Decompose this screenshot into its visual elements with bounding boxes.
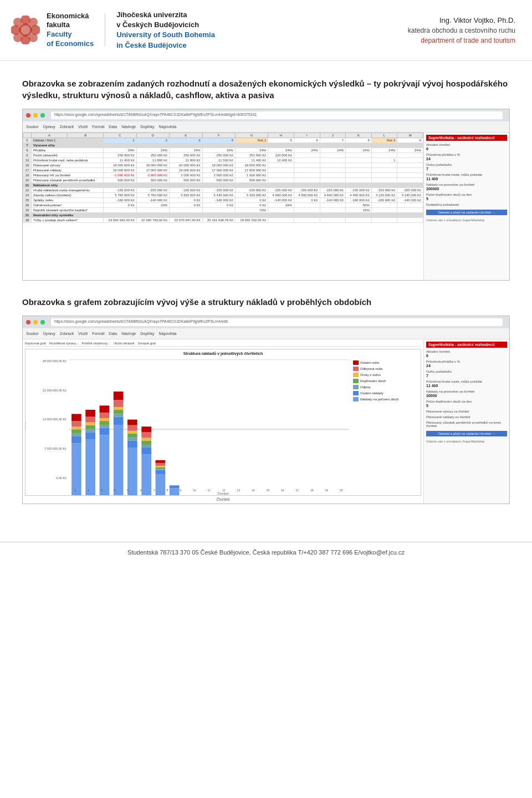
svg-rect-23 xyxy=(85,432,95,439)
row-num: 5 xyxy=(23,138,32,143)
minimize-dot-2 xyxy=(33,320,38,324)
svg-rect-32 xyxy=(100,421,110,425)
svg-point-7 xyxy=(13,33,22,42)
university-name: Jihočeská univerzita v Českých Budějovic… xyxy=(116,10,215,50)
chart-pohrbit[interactable]: Pohřbit obázkový... xyxy=(82,342,110,345)
svg-rect-36 xyxy=(114,425,124,495)
svg-rect-16 xyxy=(71,436,81,444)
table-row: 22 Hrubá nákladová mzda managementu -155… xyxy=(23,187,423,192)
table-row: 20 Plánovaný zůstatek peněžních prostřed… xyxy=(23,177,423,182)
footer-text: Studentská 787/13 370 05 České Budějovic… xyxy=(127,549,405,556)
menu-file-2[interactable]: Soubor xyxy=(26,332,39,336)
menu-file[interactable]: Soubor xyxy=(26,125,39,129)
col-B: B xyxy=(68,133,104,138)
svg-rect-26 xyxy=(85,422,95,425)
sidebar-action-btn[interactable]: Odeslat a přejít na zadávání čtvrtletí → xyxy=(426,210,507,215)
svg-rect-59 xyxy=(156,469,166,470)
table-row: 9 Počet zákazníků 250 000 Kč 250 000 Kč … xyxy=(23,153,423,157)
table-row: 18 Plánovaný HV za čtvrtletí -1 000 000 … xyxy=(23,172,423,177)
svg-rect-55 xyxy=(141,432,151,438)
table-row: 24 Zásoby celkem (čtvrtletní) 5 760 000 … xyxy=(23,192,423,197)
spreadsheet-body: A B C D E F G H I J K L M xyxy=(23,133,509,280)
menu-edit[interactable]: Úpravy xyxy=(43,125,55,129)
menu-addons-2[interactable]: Doplňky xyxy=(140,332,154,336)
chart-x-title: Čtvrtletí xyxy=(25,497,421,501)
menu-insert[interactable]: Vložit xyxy=(78,125,88,129)
chart-canvas: Struktura nákladů v jednotlivých čtvrtle… xyxy=(25,349,421,496)
y-tick: 21 000 000,00 Kč xyxy=(43,389,66,392)
col-E: E xyxy=(170,133,202,138)
svg-rect-61 xyxy=(156,466,166,467)
legend-item: Odbytová režie xyxy=(353,367,420,371)
menu-addons[interactable]: Doplňky xyxy=(140,125,154,129)
table-row: 8 Přirážka 24% 24% 24% 24% 24% 24% 24% 2… xyxy=(23,148,423,153)
maximize-dot xyxy=(40,113,45,118)
col-header-row xyxy=(23,133,32,138)
chart-body: Kopírovat graf Rozdělené úpravy... Pohřb… xyxy=(23,339,509,504)
menu-view-2[interactable]: Zobrazit xyxy=(60,332,74,336)
svg-rect-46 xyxy=(127,434,137,438)
col-D: D xyxy=(136,133,169,138)
y-tick: 0,00 Kč xyxy=(56,476,66,480)
svg-rect-57 xyxy=(156,474,166,496)
legend-item: Osobní náklady xyxy=(353,391,420,395)
y-tick: 7 000 000,00 Kč xyxy=(44,447,66,450)
spreadsheet-sidebar: SuperMo/káta - zadávání rozhodnutí Aktuá… xyxy=(423,133,509,280)
menu-edit-2[interactable]: Úpravy xyxy=(43,332,55,336)
col-A: A xyxy=(32,133,68,138)
menu-format-2[interactable]: Formát xyxy=(92,332,104,336)
svg-rect-38 xyxy=(114,414,124,416)
chart-ulozit[interactable]: Uložit obrázek xyxy=(114,342,135,345)
svg-rect-51 xyxy=(141,448,151,455)
sidebar-title: SuperMo/káta - zadávání rozhodnutí xyxy=(426,135,507,141)
menu-format[interactable]: Formát xyxy=(92,125,104,129)
table-row: 26 Odměnová prémie* 0 Kč 33% 0 Kč 0 Kč 0… xyxy=(23,202,423,207)
svg-rect-31 xyxy=(100,425,110,428)
spreadsheet-table: A B C D E F G H I J K L M xyxy=(23,133,423,223)
chart-smazat[interactable]: Smazat graf xyxy=(138,342,156,345)
menu-data[interactable]: Data xyxy=(109,125,117,129)
chart-main: Kopírovat graf Rozdělené úpravy... Pohřb… xyxy=(23,339,423,504)
menu-help-2[interactable]: Nápověda xyxy=(159,332,177,336)
menu-tools[interactable]: Nástroje xyxy=(121,125,136,129)
person-info: Ing. Viktor Vojtko, Ph.D. katedra obchod… xyxy=(408,15,515,46)
menu-insert-2[interactable]: Vložit xyxy=(78,332,88,336)
svg-rect-27 xyxy=(85,416,95,422)
y-axis: 28 000 000,00 Kč 21 000 000,00 Kč 14 000… xyxy=(27,359,66,480)
svg-rect-45 xyxy=(127,438,137,440)
cell-label[interactable]: Období / Rok 1 xyxy=(32,138,104,143)
page-footer: Studentská 787/13 370 05 České Budějovic… xyxy=(0,542,532,562)
x-axis-labels: 1 2 3 4 5 6 7 8 9 10 11 12 13 14 xyxy=(69,489,349,492)
menu-tools-2[interactable]: Nástroje xyxy=(121,332,136,336)
url-bar[interactable]: https://docs.google.com/spreadsheets/d/1… xyxy=(51,111,503,119)
sidebar-action-btn-2[interactable]: Odeslat a přejít na zadávání čtvrtletí → xyxy=(426,431,507,436)
svg-rect-18 xyxy=(71,429,81,434)
table-row: 13 Průměrná hrubá mzd. nebo podobná 11 4… xyxy=(23,157,423,162)
svg-rect-33 xyxy=(100,418,110,421)
browser-chrome: https://docs.google.com/spreadsheets/d/1… xyxy=(23,109,509,121)
menu-help[interactable]: Nápověda xyxy=(159,125,177,129)
chart-legend: Ostatní režie Odbytová režie Úroky z úvě… xyxy=(353,360,420,403)
svg-point-1 xyxy=(21,16,30,25)
col-H: H xyxy=(268,133,294,138)
legend-label: Odpisy xyxy=(360,385,371,389)
legend-item: Úroky z úvěru xyxy=(353,373,420,377)
col-F: F xyxy=(202,133,235,138)
svg-rect-58 xyxy=(156,470,166,474)
url-bar-2[interactable]: https://docs.google.com/spreadsheets/d/1… xyxy=(51,318,503,326)
chart-title: Struktura nákladů v jednotlivých čtvrtle… xyxy=(183,352,263,355)
x-axis-label: Čtvrtletí xyxy=(217,492,229,495)
svg-point-2 xyxy=(21,35,30,44)
menu-data-2[interactable]: Data xyxy=(109,332,117,336)
svg-rect-37 xyxy=(114,416,124,425)
table-row: 5 Období / Rok 1 1 2 3 4 Rok 2 5 6 7 8 R… xyxy=(23,138,423,143)
svg-rect-24 xyxy=(85,429,95,432)
svg-point-4 xyxy=(30,25,40,35)
table-row: 16 Plánované výnosy 18 000 000 Kč 18 000… xyxy=(23,162,423,167)
chart-kopírovat[interactable]: Kopírovat graf xyxy=(25,342,46,345)
legend-label: Náklady na pořízení zboží xyxy=(360,398,398,401)
chart-rozdelene[interactable]: Rozdělené úpravy... xyxy=(49,342,79,345)
menu-view[interactable]: Zobrazit xyxy=(60,125,74,129)
svg-rect-19 xyxy=(71,426,81,429)
legend-label: Osobní náklady xyxy=(360,392,383,395)
